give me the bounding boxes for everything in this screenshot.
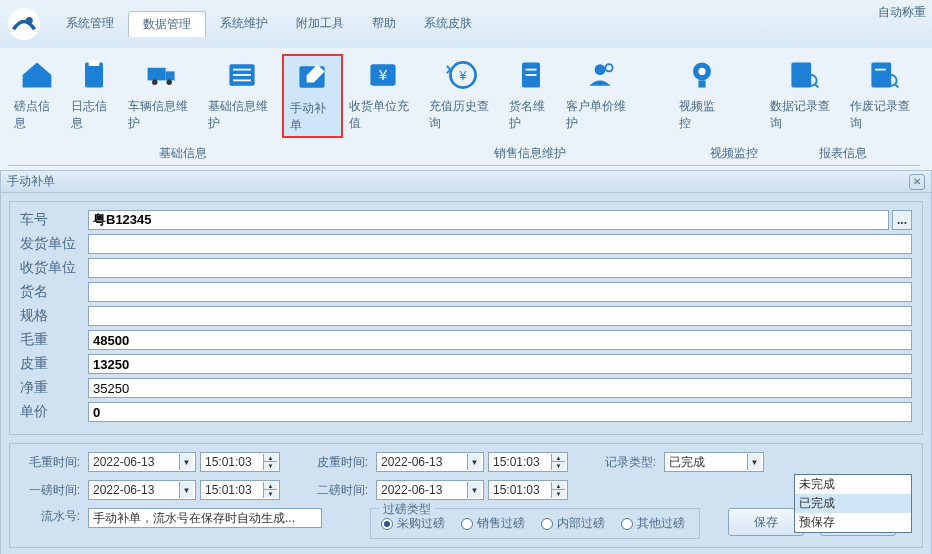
ribbon-list[interactable]: 基础信息维护 xyxy=(202,54,282,134)
svg-rect-4 xyxy=(148,68,166,81)
input-price[interactable] xyxy=(88,402,912,422)
label-gross-time: 毛重时间: xyxy=(20,454,80,471)
doc-icon xyxy=(511,56,551,94)
money-icon: ¥ xyxy=(363,56,403,94)
person-icon xyxy=(580,56,620,94)
list-icon xyxy=(222,56,262,94)
filter-radio[interactable]: 内部过磅 xyxy=(541,515,605,532)
label-sender: 发货单位 xyxy=(20,235,88,253)
ribbon-group: 报表信息 xyxy=(766,142,920,166)
spin-up-icon[interactable]: ▲ xyxy=(551,482,565,490)
input-gross[interactable] xyxy=(88,330,912,350)
spin-down-icon[interactable]: ▼ xyxy=(551,462,565,470)
car-no-more-button[interactable]: ... xyxy=(892,210,912,230)
label-net: 净重 xyxy=(20,379,88,397)
label-receiver: 收货单位 xyxy=(20,259,88,277)
ribbon-edit[interactable]: 手动补单 xyxy=(282,54,343,138)
ribbon-zoom-cancel[interactable]: 作废记录查询 xyxy=(844,54,924,134)
ribbon-label: 磅点信息 xyxy=(14,98,59,132)
svg-point-7 xyxy=(167,80,172,85)
panel-close-button[interactable]: ✕ xyxy=(909,174,925,190)
spin-up-icon[interactable]: ▲ xyxy=(263,454,277,462)
input-car-no[interactable] xyxy=(88,210,889,230)
gross-time[interactable]: 15:01:03▲▼ xyxy=(200,452,280,472)
tare-time[interactable]: 15:01:03▲▼ xyxy=(488,452,568,472)
filter-radio[interactable]: 销售过磅 xyxy=(461,515,525,532)
ribbon-truck[interactable]: 车辆信息维护 xyxy=(122,54,202,134)
ribbon-group: 销售信息维护 xyxy=(358,142,702,166)
input-tare[interactable] xyxy=(88,354,912,374)
chevron-down-icon[interactable]: ▼ xyxy=(467,454,481,470)
gross-date[interactable]: 2022-06-13▼ xyxy=(88,452,196,472)
menu-tab-help[interactable]: 帮助 xyxy=(358,11,410,37)
radio-icon xyxy=(381,518,393,530)
ribbon-zoom-list[interactable]: 数据记录查询 xyxy=(764,54,844,134)
input-net[interactable] xyxy=(88,378,912,398)
ribbon-home[interactable]: 磅点信息 xyxy=(8,54,65,134)
first-date[interactable]: 2022-06-13▼ xyxy=(88,480,196,500)
svg-rect-24 xyxy=(698,80,705,87)
chevron-down-icon[interactable]: ▼ xyxy=(467,482,481,498)
label-gross: 毛重 xyxy=(20,331,88,349)
ribbon-camera[interactable]: 视频监控 xyxy=(673,54,730,134)
filter-radio[interactable]: 其他过磅 xyxy=(621,515,685,532)
second-time[interactable]: 15:01:03▲▼ xyxy=(488,480,568,500)
menu-tab-data[interactable]: 数据管理 xyxy=(128,11,206,37)
ribbon-history[interactable]: ¥充值历史查询 xyxy=(423,54,503,134)
ribbon-label: 日志信息 xyxy=(71,98,116,132)
spin-down-icon[interactable]: ▼ xyxy=(263,490,277,498)
svg-point-0 xyxy=(11,11,37,37)
serial-input[interactable]: 手动补单，流水号在保存时自动生成... xyxy=(88,508,322,528)
filter-legend: 过磅类型 xyxy=(379,501,435,518)
manual-order-panel: 手动补单 ✕ 车号 ... 发货单位 收货单位 货名 规格 毛重 皮重 净重 单… xyxy=(0,170,932,554)
ribbon-money[interactable]: ¥收货单位充值 xyxy=(343,54,423,134)
truck-icon xyxy=(142,56,182,94)
label-price: 单价 xyxy=(20,403,88,421)
ribbon-label: 货名维护 xyxy=(509,98,554,132)
spin-down-icon[interactable]: ▼ xyxy=(551,490,565,498)
top-right-label: 自动称重 xyxy=(878,4,926,21)
record-type-option[interactable]: 未完成 xyxy=(795,475,911,494)
record-type-option[interactable]: 已完成 xyxy=(795,494,911,513)
main-fields: 车号 ... 发货单位 收货单位 货名 规格 毛重 皮重 净重 单价 xyxy=(9,201,923,435)
save-button[interactable]: 保存 xyxy=(728,508,804,536)
zoom-list-icon xyxy=(784,56,824,94)
radio-label: 内部过磅 xyxy=(557,515,605,532)
svg-line-27 xyxy=(815,84,819,88)
ribbon-person[interactable]: 客户单价维护 xyxy=(560,54,640,134)
spin-up-icon[interactable]: ▲ xyxy=(263,482,277,490)
ribbon-label: 基础信息维护 xyxy=(208,98,276,132)
ribbon-doc[interactable]: 货名维护 xyxy=(503,54,560,134)
menu-tab-addon[interactable]: 附加工具 xyxy=(282,11,358,37)
ribbon-clipboard[interactable]: 日志信息 xyxy=(65,54,122,134)
svg-text:¥: ¥ xyxy=(458,69,467,83)
svg-point-1 xyxy=(26,17,33,24)
menu-tab-skin[interactable]: 系统皮肤 xyxy=(410,11,486,37)
svg-point-6 xyxy=(152,80,157,85)
record-type-combo[interactable]: 已完成▼ xyxy=(664,452,764,472)
record-type-option[interactable]: 预保存 xyxy=(795,513,911,532)
record-type-dropdown[interactable]: 未完成已完成预保存 xyxy=(794,474,912,533)
spin-down-icon[interactable]: ▼ xyxy=(263,462,277,470)
input-goods[interactable] xyxy=(88,282,912,302)
chevron-down-icon[interactable]: ▼ xyxy=(179,482,193,498)
ribbon-label: 车辆信息维护 xyxy=(128,98,196,132)
chevron-down-icon[interactable]: ▼ xyxy=(179,454,193,470)
radio-icon xyxy=(461,518,473,530)
spin-up-icon[interactable]: ▲ xyxy=(551,454,565,462)
top-menubar: 系统管理 数据管理 系统维护 附加工具 帮助 系统皮肤 自动称重 xyxy=(0,0,932,48)
input-receiver[interactable] xyxy=(88,258,912,278)
panel-titlebar: 手动补单 ✕ xyxy=(1,171,931,193)
tare-date[interactable]: 2022-06-13▼ xyxy=(376,452,484,472)
label-spec: 规格 xyxy=(20,307,88,325)
input-spec[interactable] xyxy=(88,306,912,326)
second-date[interactable]: 2022-06-13▼ xyxy=(376,480,484,500)
chevron-down-icon[interactable]: ▼ xyxy=(747,454,761,470)
filter-types-group: 过磅类型 采购过磅销售过磅内部过磅其他过磅 xyxy=(370,508,700,539)
first-time[interactable]: 15:01:03▲▼ xyxy=(200,480,280,500)
menu-tab-system[interactable]: 系统管理 xyxy=(52,11,128,37)
input-sender[interactable] xyxy=(88,234,912,254)
ribbon-label: 充值历史查询 xyxy=(429,98,497,132)
menu-tab-maintain[interactable]: 系统维护 xyxy=(206,11,282,37)
svg-point-23 xyxy=(698,68,705,75)
